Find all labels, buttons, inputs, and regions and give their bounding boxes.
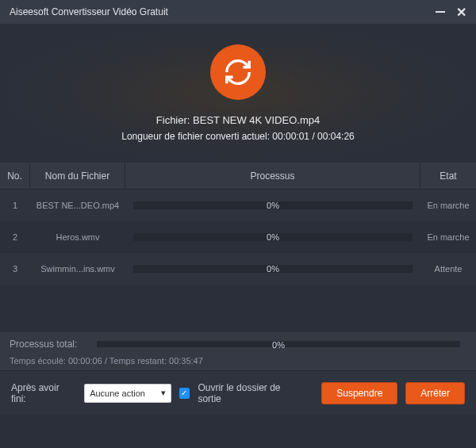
- row-name: Swimmin...ins.wmv: [30, 253, 125, 285]
- row-status: En marche: [420, 190, 476, 221]
- table-row[interactable]: 2 Heros.wmv 0% En marche: [0, 221, 476, 253]
- header-status: Etat: [420, 163, 476, 189]
- elapsed-value: 00:00:06: [68, 356, 102, 366]
- row-name: BEST NE...DEO.mp4: [30, 190, 125, 221]
- suspend-button[interactable]: Suspendre: [321, 382, 397, 404]
- file-name: BEST NEW 4K VIDEO.mp4: [193, 114, 320, 126]
- remaining-label: Temps restant:: [109, 356, 167, 366]
- window-controls: ✕: [436, 5, 466, 20]
- table-row[interactable]: 1 BEST NE...DEO.mp4 0% En marche: [0, 190, 476, 221]
- empty-area: [0, 285, 476, 332]
- stop-button[interactable]: Arrêter: [405, 382, 465, 404]
- row-process: 0%: [125, 221, 420, 253]
- row-status: Attente: [420, 253, 476, 285]
- progress-bar: 0%: [133, 233, 413, 241]
- file-label: Fichier:: [156, 114, 190, 126]
- length-total: 00:04:26: [317, 131, 355, 142]
- table-row[interactable]: 3 Swimmin...ins.wmv 0% Attente: [0, 253, 476, 285]
- file-length-line: Longueur de fichier converti actuel: 00:…: [121, 131, 355, 142]
- total-section: Processus total: 0% Temps écoulé: 00:00:…: [0, 332, 476, 370]
- progress-bar: 0%: [133, 265, 413, 273]
- row-process: 0%: [125, 253, 420, 285]
- header-name: Nom du Fichier: [30, 163, 125, 189]
- time-line: Temps écoulé: 00:00:06 / Temps restant: …: [10, 356, 466, 366]
- current-file-line: Fichier: BEST NEW 4K VIDEO.mp4: [156, 114, 320, 126]
- titlebar: Aiseesoft Convertisseur Vidéo Gratuit ✕: [0, 0, 476, 24]
- row-no: 1: [0, 190, 30, 221]
- after-finish-label: Après avoir fini:: [11, 382, 76, 404]
- footer-bar: Après avoir fini: Aucune action ▾ ✓ Ouvr…: [0, 370, 476, 415]
- header-process: Processus: [125, 163, 420, 189]
- header-no: No.: [0, 163, 30, 189]
- total-row: Processus total: 0%: [10, 339, 466, 350]
- remaining-value: 00:35:47: [169, 356, 203, 366]
- table-body: 1 BEST NE...DEO.mp4 0% En marche 2 Heros…: [0, 190, 476, 285]
- total-percent: 0%: [272, 340, 285, 350]
- minimize-button[interactable]: [436, 11, 445, 13]
- open-folder-checkbox[interactable]: ✓: [179, 388, 190, 399]
- close-button[interactable]: ✕: [456, 5, 466, 20]
- hero-panel: Fichier: BEST NEW 4K VIDEO.mp4 Longueur …: [0, 24, 476, 163]
- elapsed-label: Temps écoulé:: [10, 356, 66, 366]
- length-elapsed: 00:00:01: [272, 131, 309, 142]
- length-label: Longueur de fichier converti actuel:: [121, 131, 270, 142]
- table-header: No. Nom du Fichier Processus Etat: [0, 163, 476, 190]
- select-value: Aucune action: [90, 389, 145, 398]
- progress-percent: 0%: [267, 232, 279, 242]
- row-status: En marche: [420, 221, 476, 253]
- total-label: Processus total:: [10, 339, 97, 350]
- open-folder-label: Ouvrir le dossier de sortie: [198, 382, 305, 404]
- progress-percent: 0%: [267, 201, 279, 210]
- total-progress-bar: 0%: [97, 341, 460, 347]
- after-finish-select[interactable]: Aucune action ▾: [84, 384, 171, 403]
- row-no: 3: [0, 253, 30, 285]
- row-name: Heros.wmv: [30, 221, 125, 253]
- chevron-down-icon: ▾: [161, 388, 166, 398]
- refresh-icon: [210, 44, 266, 100]
- progress-percent: 0%: [267, 264, 279, 274]
- row-no: 2: [0, 221, 30, 253]
- progress-bar: 0%: [133, 201, 413, 209]
- row-process: 0%: [125, 190, 420, 221]
- window-title: Aiseesoft Convertisseur Vidéo Gratuit: [10, 6, 168, 17]
